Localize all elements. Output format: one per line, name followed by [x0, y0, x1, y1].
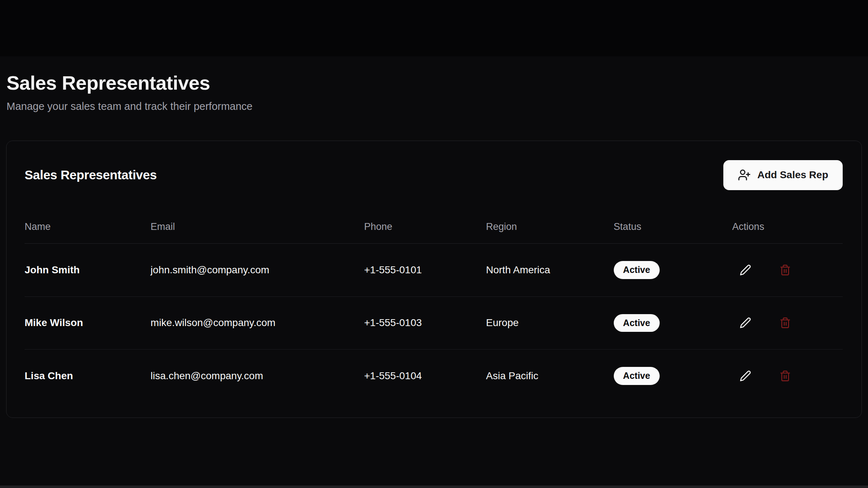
rep-region: Asia Pacific [486, 350, 614, 402]
column-header-email: Email [150, 210, 364, 244]
rep-name: Lisa Chen [25, 350, 150, 402]
trash-icon [779, 264, 791, 276]
rep-region: Europe [486, 296, 614, 350]
column-header-region: Region [486, 210, 614, 244]
column-header-phone: Phone [364, 210, 486, 244]
status-badge: Active [614, 367, 660, 385]
edit-button[interactable] [737, 262, 753, 278]
page-header: Sales Representatives Manage your sales … [6, 0, 862, 113]
pencil-icon [740, 317, 751, 329]
page-subtitle: Manage your sales team and track their p… [7, 100, 862, 114]
card-title: Sales Representatives [25, 168, 157, 182]
row-actions [732, 315, 843, 331]
rep-phone: +1-555-0104 [364, 350, 486, 402]
status-badge: Active [614, 314, 660, 332]
trash-icon [779, 317, 791, 329]
sales-reps-table: Name Email Phone Region Status Actions J… [25, 210, 843, 402]
column-header-name: Name [25, 210, 150, 244]
rep-region: North America [486, 244, 614, 297]
table-row: Lisa Chen lisa.chen@company.com +1-555-0… [25, 350, 843, 402]
edit-button[interactable] [737, 315, 753, 331]
sales-reps-card: Sales Representatives Add Sales Rep [6, 141, 862, 418]
table-row: Mike Wilson mike.wilson@company.com +1-5… [25, 296, 843, 350]
edit-button[interactable] [737, 368, 753, 384]
rep-email: lisa.chen@company.com [150, 350, 364, 402]
rep-name: Mike Wilson [25, 296, 150, 350]
pencil-icon [740, 264, 751, 276]
page: Sales Representatives Manage your sales … [0, 0, 868, 418]
row-actions [732, 368, 843, 384]
pencil-icon [740, 370, 751, 382]
table-header-row: Name Email Phone Region Status Actions [25, 210, 843, 244]
card-header: Sales Representatives Add Sales Rep [25, 160, 843, 190]
trash-icon [779, 370, 791, 382]
rep-phone: +1-555-0101 [364, 244, 486, 297]
rep-name: John Smith [25, 244, 150, 297]
rep-email: john.smith@company.com [150, 244, 364, 297]
delete-button[interactable] [777, 315, 793, 331]
add-sales-rep-button-label: Add Sales Rep [757, 169, 828, 181]
page-title: Sales Representatives [7, 71, 862, 95]
delete-button[interactable] [777, 368, 793, 384]
window-bottom-edge [0, 485, 868, 488]
delete-button[interactable] [777, 262, 793, 278]
column-header-actions: Actions [732, 210, 843, 244]
column-header-status: Status [614, 210, 732, 244]
rep-email: mike.wilson@company.com [150, 296, 364, 350]
row-actions [732, 262, 843, 278]
rep-phone: +1-555-0103 [364, 296, 486, 350]
table-row: John Smith john.smith@company.com +1-555… [25, 244, 843, 297]
status-badge: Active [614, 261, 660, 279]
add-sales-rep-button[interactable]: Add Sales Rep [723, 160, 843, 190]
user-plus-icon [738, 168, 751, 181]
